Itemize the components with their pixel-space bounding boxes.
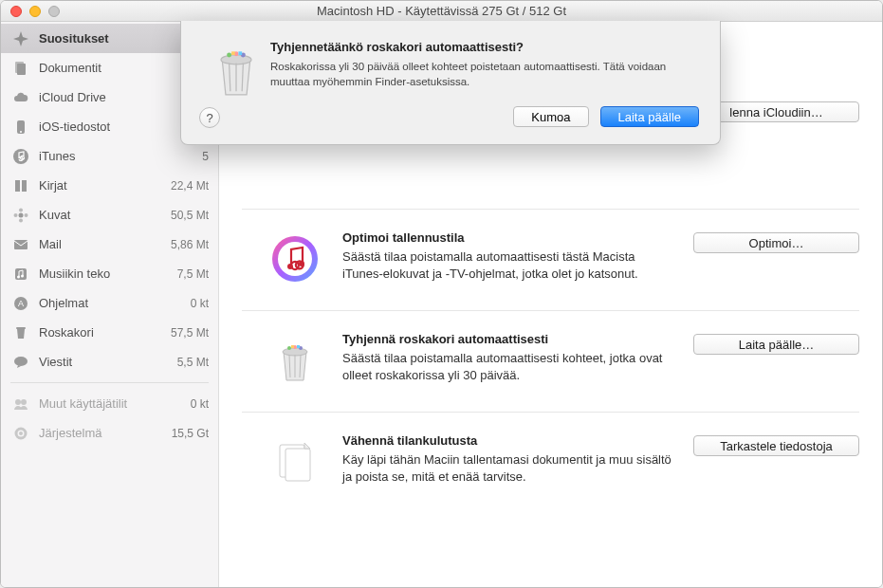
traffic-lights: [1, 6, 60, 17]
recommendation-desc: Säästä tilaa poistamalla automaattisesti…: [342, 248, 676, 282]
enable-trash-auto-button[interactable]: Laita päälle…: [693, 334, 859, 355]
svg-point-18: [14, 357, 28, 366]
sidebar-item-label: Musiikin teko: [39, 266, 177, 281]
users-icon: [12, 395, 29, 413]
svg-rect-2: [17, 64, 26, 75]
confirm-button[interactable]: Laita päälle: [600, 106, 700, 127]
recommendation-reduce: Vähennä tilankulutusta Käy läpi tähän Ma…: [242, 413, 859, 513]
itunes-big-icon: [270, 234, 320, 284]
svg-rect-17: [16, 327, 26, 329]
svg-point-14: [21, 274, 24, 277]
flower-icon: [12, 207, 29, 224]
recommendation-text: Vähennä tilankulutusta Käy läpi tähän Ma…: [342, 433, 693, 485]
sidebar-item-itunes[interactable]: iTunes 5: [1, 141, 218, 171]
help-button[interactable]: ?: [199, 107, 220, 128]
sidebar-item-size: 57,5 Mt: [171, 326, 209, 340]
sidebar-item-label: Muut käyttäjätilit: [39, 396, 191, 411]
svg-rect-37: [285, 449, 310, 481]
apps-icon: A: [12, 295, 29, 312]
sidebar-item-system: Järjestelmä 15,5 Gt: [1, 418, 218, 448]
music-icon: [12, 266, 29, 283]
svg-point-22: [19, 432, 23, 435]
cancel-button[interactable]: Kumoa: [513, 106, 588, 127]
sidebar-item-messages[interactable]: Viestit 5,5 Mt: [1, 347, 218, 377]
gear-icon: [12, 425, 29, 442]
note-icon: [12, 148, 29, 165]
recommendation-desc: Säästä tilaa poistamalla automaattisesti…: [342, 350, 676, 383]
dialog-title: Tyhjennetäänkö roskakori automaattisesti…: [270, 40, 699, 54]
svg-point-20: [21, 399, 27, 405]
svg-point-8: [19, 218, 23, 222]
sparkle-icon: [12, 30, 29, 47]
svg-point-25: [287, 264, 293, 269]
svg-point-24: [278, 242, 312, 276]
svg-rect-11: [14, 240, 28, 249]
sidebar-item-size: 0 kt: [191, 297, 209, 310]
svg-point-42: [227, 53, 231, 58]
svg-text:A: A: [18, 299, 24, 308]
dialog-message: Roskakorissa yli 30 päivää olleet kohtee…: [270, 60, 699, 89]
sidebar-item-photos[interactable]: Kuvat 50,5 Mt: [1, 200, 218, 230]
sidebar-item-mail[interactable]: Mail 5,86 Mt: [1, 230, 218, 259]
svg-rect-34: [291, 345, 294, 348]
sidebar-item-size: 15,5 Gt: [172, 427, 209, 440]
recommendation-text: Tyhjennä roskakori automaattisesti Sääst…: [342, 332, 693, 383]
trash-big-icon: [270, 336, 320, 385]
recommendation-trash: Tyhjennä roskakori automaattisesti Sääst…: [242, 311, 859, 413]
sidebar-item-trash[interactable]: Roskakori 57,5 Mt: [1, 318, 218, 347]
cloud-icon: [12, 89, 29, 106]
review-files-button[interactable]: Tarkastele tiedostoja: [693, 435, 859, 456]
sidebar-item-label: iTunes: [39, 149, 202, 163]
svg-rect-45: [231, 51, 235, 55]
optimize-button[interactable]: Optimoi…: [693, 232, 859, 253]
svg-point-27: [283, 348, 307, 356]
sidebar-item-books[interactable]: Kirjat 22,4 Mt: [1, 171, 218, 200]
docs-big-icon: [270, 437, 320, 487]
documents-icon: [12, 60, 29, 77]
svg-rect-46: [238, 51, 242, 55]
dialog-buttons: Kumoa Laita päälle: [270, 106, 699, 127]
svg-point-7: [19, 208, 23, 211]
sidebar-item-label: Kuvat: [39, 208, 171, 222]
phone-icon: [12, 119, 29, 136]
sidebar-item-label: Kirjat: [39, 178, 171, 193]
sidebar-item-label: Viestit: [39, 355, 177, 369]
dialog-body: Tyhjennetäänkö roskakori automaattisesti…: [270, 40, 699, 127]
svg-point-9: [14, 213, 18, 217]
sidebar-item-label: Mail: [39, 237, 171, 251]
confirm-dialog: Tyhjennetäänkö roskakori automaattisesti…: [180, 21, 721, 145]
storage-management-window: Macintosh HD - Käytettävissä 275 Gt / 51…: [0, 0, 883, 588]
recommendation-title: Optimoi tallennustila: [342, 230, 676, 245]
trash-icon: [12, 324, 29, 341]
titlebar: Macintosh HD - Käytettävissä 275 Gt / 51…: [1, 1, 882, 22]
svg-point-38: [221, 55, 251, 64]
sidebar-item-apps[interactable]: A Ohjelmat 0 kt: [1, 288, 218, 318]
svg-rect-12: [15, 268, 27, 280]
sidebar-item-size: 7,5 Mt: [177, 267, 209, 281]
chat-icon: [12, 354, 29, 371]
envelope-icon: [12, 236, 29, 253]
sidebar-item-size: 22,4 Mt: [171, 179, 209, 193]
sidebar-separator: [10, 382, 209, 383]
svg-point-31: [287, 346, 291, 350]
sidebar-item-otherusers: Muut käyttäjätilit 0 kt: [1, 389, 218, 418]
book-icon: [12, 177, 29, 194]
svg-point-6: [19, 212, 24, 217]
sidebar-item-label: Järjestelmä: [39, 426, 172, 440]
close-window-button[interactable]: [10, 6, 22, 17]
sidebar-item-size: 5,5 Mt: [177, 356, 209, 369]
recommendation-text: Optimoi tallennustila Säästä tilaa poist…: [342, 230, 693, 282]
svg-point-19: [15, 399, 21, 405]
svg-point-13: [17, 275, 20, 278]
svg-marker-0: [13, 31, 28, 46]
recommendation-optimize: Optimoi tallennustila Säästä tilaa poist…: [242, 210, 859, 311]
sidebar-item-size: 0 kt: [191, 397, 209, 411]
minimize-window-button[interactable]: [29, 6, 41, 17]
svg-rect-35: [297, 345, 300, 348]
sidebar-item-musiccreation[interactable]: Musiikin teko 7,5 Mt: [1, 259, 218, 288]
svg-point-10: [25, 213, 28, 217]
sidebar-item-label: Roskakori: [39, 325, 171, 340]
recommendation-title: Vähennä tilankulutusta: [342, 433, 676, 448]
sidebar-item-label: Ohjelmat: [39, 296, 191, 310]
svg-point-26: [299, 261, 304, 266]
